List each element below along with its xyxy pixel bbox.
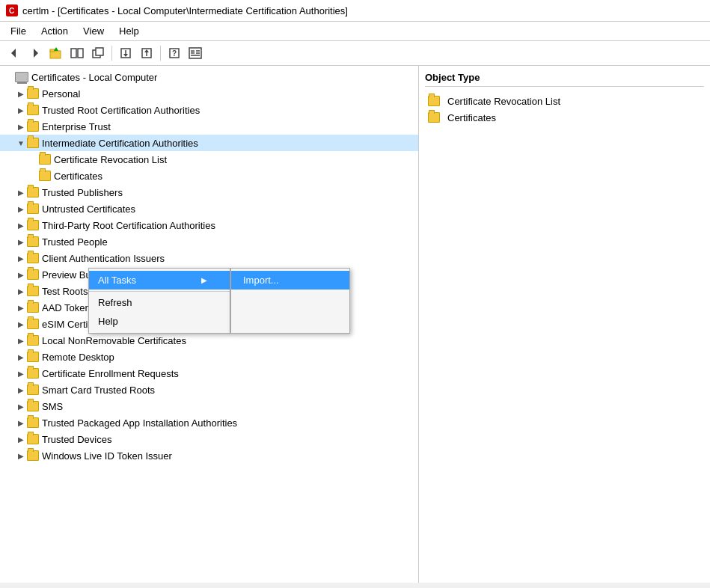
tree-item-smart-card[interactable]: ▶ Smart Card Trusted Roots	[0, 382, 418, 398]
tree-arrow-aad-token: ▶	[15, 301, 27, 313]
tree-label-sms: SMS	[42, 401, 63, 412]
tree-item-third-party[interactable]: ▶ Third-Party Root Certification Authori…	[0, 217, 418, 233]
context-menu-refresh[interactable]: Refresh	[89, 293, 230, 312]
context-menu-all-tasks-label: All Tasks	[98, 275, 136, 286]
context-menu-overlay: All Tasks ▶ Refresh Help Import...	[88, 268, 350, 334]
show-hide-button[interactable]	[67, 44, 87, 62]
computer-icon	[15, 72, 28, 82]
svg-rect-20	[191, 50, 195, 54]
tree-item-sms[interactable]: ▶ SMS	[0, 398, 418, 414]
tree-label-intermediate: Intermediate Certification Authorities	[42, 138, 198, 149]
tree-arrow-untrusted: ▶	[15, 203, 27, 215]
tree-label-personal: Personal	[42, 88, 80, 99]
tree-label-cert-enrollment: Certificate Enrollment Requests	[42, 368, 179, 379]
folder-icon-smart-card	[27, 385, 39, 395]
folder-up-button[interactable]	[46, 44, 66, 62]
context-menu-help[interactable]: Help	[89, 312, 230, 331]
svg-rect-7	[71, 49, 76, 58]
menu-bar: File Action View Help	[0, 22, 710, 41]
tree-item-trusted-people[interactable]: ▶ Trusted People	[0, 233, 418, 250]
tree-label-smart-card: Smart Card Trusted Roots	[42, 385, 155, 396]
tree-label-test-roots: Test Roots	[42, 286, 88, 297]
tree-label-enterprise-trust: Enterprise Trust	[42, 121, 111, 132]
main-content: Certificates - Local Computer ▶ Personal…	[0, 66, 710, 583]
folder-icon-cert-revocation	[39, 154, 51, 165]
svg-rect-8	[78, 49, 83, 58]
folder-icon-esim	[27, 319, 39, 329]
tree-arrow-certificates	[27, 170, 39, 182]
tree-item-cert-revocation[interactable]: Certificate Revocation List	[0, 151, 418, 168]
new-window-button[interactable]	[88, 44, 108, 62]
tree-label-trusted-devices: Trusted Devices	[42, 434, 111, 445]
back-button[interactable]	[4, 44, 24, 62]
tree-item-client-auth[interactable]: ▶ Client Authentication Issuers	[0, 250, 418, 266]
tree-item-intermediate[interactable]: ▼ Intermediate Certification Authorities	[0, 135, 418, 151]
folder-icon-trusted-packaged	[27, 417, 39, 428]
tree-arrow-trusted-packaged: ▶	[15, 417, 27, 429]
context-menu-all-tasks[interactable]: All Tasks ▶	[89, 271, 230, 290]
tree-label-windows-live: Windows Live ID Token Issuer	[42, 450, 172, 462]
folder-icon-cert-enrollment	[27, 368, 39, 379]
tree-item-personal[interactable]: ▶ Personal	[0, 85, 418, 102]
tree-arrow-personal: ▶	[15, 88, 27, 99]
context-menu-refresh-label: Refresh	[98, 297, 132, 308]
menu-action[interactable]: Action	[34, 23, 76, 39]
folder-icon-local-nonremovable	[27, 335, 39, 346]
tree-arrow-remote-desktop: ▶	[15, 351, 27, 363]
tree-item-certificates[interactable]: Certificates	[0, 168, 418, 184]
tree-item-trusted-packaged[interactable]: ▶ Trusted Packaged App Installation Auth…	[0, 414, 418, 431]
tree-item-cert-enrollment[interactable]: ▶ Certificate Enrollment Requests	[0, 365, 418, 382]
tree-label-client-auth: Client Authentication Issuers	[42, 253, 165, 264]
context-menu: All Tasks ▶ Refresh Help	[88, 268, 230, 334]
menu-file[interactable]: File	[3, 23, 34, 39]
tree-arrow-intermediate: ▼	[15, 137, 27, 149]
tree-arrow-trusted-root: ▶	[15, 104, 27, 116]
forward-button[interactable]	[25, 44, 45, 62]
svg-text:?: ?	[172, 49, 177, 58]
right-panel: Object Type Certificate Revocation List …	[419, 66, 710, 583]
menu-view[interactable]: View	[76, 23, 111, 39]
toolbar-separator-2	[160, 46, 161, 61]
folder-icon-client-auth	[27, 253, 39, 263]
submenu-item-import[interactable]: Import...	[231, 271, 349, 290]
right-panel-label-revocation: Certificate Revocation List	[447, 96, 560, 107]
tree-item-root[interactable]: Certificates - Local Computer	[0, 69, 418, 85]
right-panel-item-certificates[interactable]: Certificates	[425, 109, 704, 126]
help-button[interactable]: ?	[165, 44, 184, 62]
folder-icon-untrusted	[27, 203, 39, 214]
tree-arrow-esim: ▶	[15, 318, 27, 330]
tree-label-trusted-packaged: Trusted Packaged App Installation Author…	[42, 417, 237, 429]
tree-arrow-smart-card: ▶	[15, 384, 27, 396]
tree-arrow-sms: ▶	[15, 400, 27, 412]
tree-item-trusted-root[interactable]: ▶ Trusted Root Certification Authorities	[0, 102, 418, 118]
tree-arrow-trusted-publishers: ▶	[15, 186, 27, 198]
export2-button[interactable]	[137, 44, 156, 62]
tree-item-trusted-publishers[interactable]: ▶ Trusted Publishers	[0, 184, 418, 200]
folder-icon-preview-build	[27, 269, 39, 280]
tree-item-untrusted[interactable]: ▶ Untrusted Certificates	[0, 200, 418, 217]
svg-text:C: C	[9, 7, 14, 15]
tree-arrow-cert-revocation	[27, 153, 39, 165]
tree-label-trusted-publishers: Trusted Publishers	[42, 187, 123, 198]
tree-label-trusted-root: Trusted Root Certification Authorities	[42, 105, 200, 116]
menu-help[interactable]: Help	[111, 23, 147, 39]
folder-icon-trusted-people	[27, 236, 39, 247]
tree-item-trusted-devices[interactable]: ▶ Trusted Devices	[0, 431, 418, 447]
tree-item-local-nonremovable[interactable]: ▶ Local NonRemovable Certificates	[0, 332, 418, 349]
tree-label-third-party: Third-Party Root Certification Authoriti…	[42, 220, 215, 231]
tree-item-windows-live[interactable]: ▶ Windows Live ID Token Issuer	[0, 447, 418, 464]
tree-label-trusted-people: Trusted People	[42, 236, 108, 248]
folder-icon-intermediate	[27, 138, 39, 148]
context-menu-separator	[89, 291, 230, 292]
export1-button[interactable]	[116, 44, 135, 62]
tree-item-enterprise-trust[interactable]: ▶ Enterprise Trust	[0, 118, 418, 135]
right-panel-folder-revocation	[428, 96, 440, 106]
props-button[interactable]	[186, 44, 205, 62]
tree-arrow-cert-enrollment: ▶	[15, 367, 27, 379]
right-panel-item-revocation[interactable]: Certificate Revocation List	[425, 93, 704, 109]
submenu-import-label: Import...	[243, 275, 279, 286]
tree-arrow-windows-live: ▶	[15, 450, 27, 462]
tree-panel: Certificates - Local Computer ▶ Personal…	[0, 66, 419, 583]
tree-arrow-enterprise-trust: ▶	[15, 120, 27, 132]
tree-item-remote-desktop[interactable]: ▶ Remote Desktop	[0, 349, 418, 365]
